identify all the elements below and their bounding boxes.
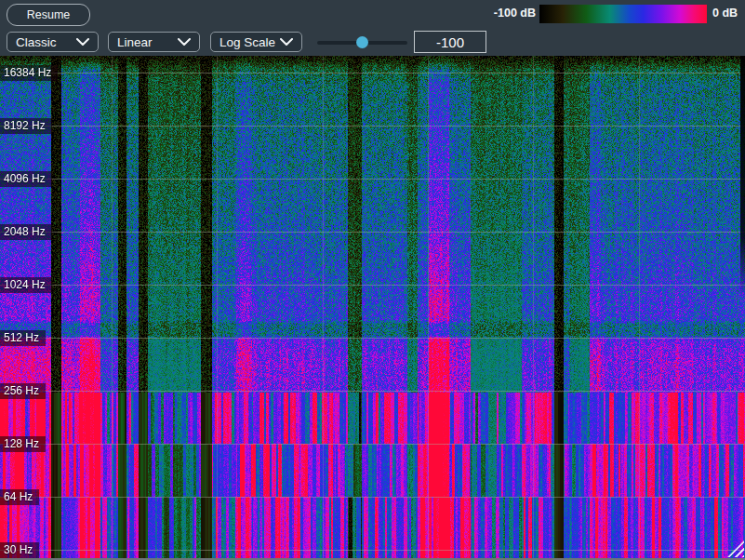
frequency-scale-dropdown[interactable]: Linear xyxy=(108,32,200,52)
colormap-dropdown[interactable]: Classic xyxy=(7,32,99,52)
spectrogram-view: 16384 Hz8192 Hz4096 Hz2048 Hz1024 Hz512 … xyxy=(0,56,745,560)
freq-axis-label: 4096 Hz xyxy=(0,171,52,187)
freq-axis-label: 16384 Hz xyxy=(0,65,58,81)
freq-axis-label: 1024 Hz xyxy=(0,277,52,293)
freq-axis-label: 8192 Hz xyxy=(0,118,52,134)
chevron-down-icon xyxy=(178,38,191,46)
colormap-legend-gradient xyxy=(539,5,707,23)
freq-axis-label: 512 Hz xyxy=(0,330,46,346)
amplitude-scale-dropdown-value: Log Scale xyxy=(220,35,275,49)
threshold-slider[interactable] xyxy=(317,36,407,49)
freq-axis-label: 2048 Hz xyxy=(0,224,52,240)
chevron-down-icon xyxy=(76,38,89,46)
freq-axis-label: 64 Hz xyxy=(0,489,39,505)
freq-axis-label: 256 Hz xyxy=(0,383,46,399)
threshold-input[interactable] xyxy=(414,31,486,53)
frequency-scale-dropdown-value: Linear xyxy=(117,35,153,49)
freq-axis-label: 128 Hz xyxy=(0,436,46,452)
colormap-dropdown-value: Classic xyxy=(16,35,57,49)
freq-axis-label: 30 Hz xyxy=(0,542,39,558)
toolbar: Resume Classic Linear Log Scale -100 dB xyxy=(0,0,745,56)
spectrogram-canvas xyxy=(0,56,745,560)
amplitude-scale-dropdown[interactable]: Log Scale xyxy=(210,32,302,52)
spectrogram-app-window: Resume Classic Linear Log Scale -100 dB xyxy=(0,0,745,560)
legend-min-label: -100 dB xyxy=(482,7,536,20)
chevron-down-icon xyxy=(280,38,293,46)
resume-button[interactable]: Resume xyxy=(7,4,90,26)
slider-thumb[interactable] xyxy=(356,36,368,48)
legend-max-label: 0 dB xyxy=(712,7,745,20)
